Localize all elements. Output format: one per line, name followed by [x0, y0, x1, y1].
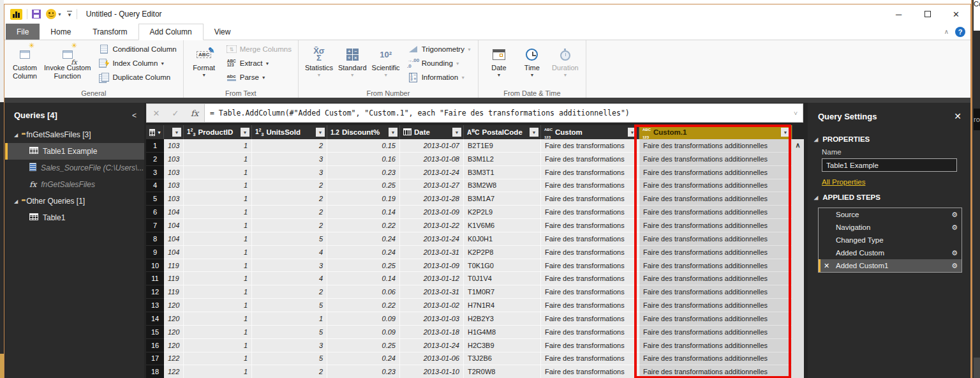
table-cell[interactable]: 2013-01-28: [400, 192, 464, 206]
applied-step-navigation[interactable]: Navigation⚙: [819, 221, 961, 234]
table-cell[interactable]: 2013-01-24: [400, 339, 464, 352]
row-number[interactable]: 17: [146, 352, 164, 366]
formula-input[interactable]: = Table.AddColumn(#"Added Custom", "Cust…: [204, 104, 803, 122]
table-cell[interactable]: Faire des transformations: [541, 365, 639, 378]
table-cell[interactable]: H7N1R4: [464, 299, 541, 312]
table-cell[interactable]: 2: [252, 139, 327, 153]
table-cell[interactable]: Faire des transformations additionnelles: [639, 166, 792, 179]
table-cell[interactable]: 1: [184, 179, 252, 193]
table-cell[interactable]: 0.22: [327, 299, 400, 312]
table-cell[interactable]: 103: [164, 192, 184, 206]
table-cell[interactable]: H2C3B9: [464, 339, 541, 352]
table-cell[interactable]: 0.16: [327, 153, 400, 166]
table-cell[interactable]: 2013-01-09: [400, 206, 464, 219]
table-cell[interactable]: Faire des transformations: [541, 192, 639, 206]
table-cell[interactable]: 0.22: [327, 219, 400, 232]
collapse-ribbon-icon[interactable]: ∧: [944, 28, 949, 35]
table-cell[interactable]: 0.23: [327, 365, 400, 378]
table-cell[interactable]: 2013-01-31: [400, 246, 464, 259]
row-number[interactable]: 9: [146, 246, 164, 259]
row-number[interactable]: 11: [146, 272, 164, 285]
table-cell[interactable]: K1V6M6: [464, 219, 541, 232]
table-cell[interactable]: 103: [164, 153, 184, 166]
table-cell[interactable]: B3M2W8: [464, 179, 541, 193]
column-header-custom-1[interactable]: ABC123Custom.1▼: [639, 125, 792, 139]
information-button[interactable]: 1 −3 +Information▼: [405, 70, 474, 84]
query-name-input[interactable]: [822, 158, 957, 172]
duplicate-column-button[interactable]: Duplicate Column: [96, 70, 179, 84]
row-number[interactable]: 15: [146, 326, 164, 339]
table-cell[interactable]: K0J0H1: [464, 232, 541, 246]
row-number[interactable]: 13: [146, 299, 164, 312]
table-cell[interactable]: T3J2B6: [464, 352, 541, 366]
table-cell[interactable]: Faire des transformations additionnelles: [639, 232, 792, 246]
table-cell[interactable]: 0.14: [327, 272, 400, 285]
table-cell[interactable]: Faire des transformations: [541, 153, 639, 166]
column-header-postalcode[interactable]: ABCPostalCode▼: [464, 125, 541, 139]
table-cell[interactable]: 3: [252, 339, 327, 352]
table-cell[interactable]: B3M1L2: [464, 153, 541, 166]
table-cell[interactable]: 0.25: [327, 339, 400, 352]
table-cell[interactable]: 1: [184, 285, 252, 299]
table-cell[interactable]: T0K1G0: [464, 259, 541, 273]
table-cell[interactable]: Faire des transformations additionnelles: [639, 299, 792, 312]
dropdown-arrow-icon[interactable]: ▼: [461, 75, 465, 80]
table-cell[interactable]: Faire des transformations additionnelles: [639, 339, 792, 352]
table-cell[interactable]: 119: [164, 285, 184, 299]
table-cell[interactable]: B3M3T1: [464, 166, 541, 179]
table-cell[interactable]: 0.09: [327, 326, 400, 339]
duration-button[interactable]: Duration▼: [549, 42, 582, 87]
row-number[interactable]: 2: [146, 153, 164, 166]
table-cell[interactable]: 0.24: [327, 352, 400, 366]
table-cell[interactable]: 120: [164, 299, 184, 312]
query-item-sales-sourcefile-c-users[interactable]: Sales_SourceFile (C:\Users\...: [5, 160, 144, 176]
extract-button[interactable]: ABC123Extract▼: [223, 56, 294, 70]
parse-button[interactable]: abcParse▼: [223, 70, 294, 84]
table-cell[interactable]: Faire des transformations additionnelles: [639, 352, 792, 366]
table-cell[interactable]: 1: [184, 299, 252, 312]
table-cell[interactable]: Faire des transformations additionnelles: [639, 312, 792, 326]
table-cell[interactable]: 2013-01-08: [400, 153, 464, 166]
table-cell[interactable]: Faire des transformations: [541, 139, 639, 153]
select-all-corner[interactable]: ▼: [146, 125, 164, 139]
feedback-smiley-icon[interactable]: [46, 9, 56, 19]
table-cell[interactable]: 103: [164, 179, 184, 193]
dropdown-arrow-icon[interactable]: ▼: [262, 75, 266, 80]
vertical-scrollbar[interactable]: ∧: [792, 139, 804, 378]
table-cell[interactable]: 1: [184, 326, 252, 339]
table-cell[interactable]: 1: [184, 352, 252, 366]
table-cell[interactable]: 0.25: [327, 259, 400, 273]
commit-formula-icon[interactable]: ✓: [166, 109, 185, 118]
table-cell[interactable]: Faire des transformations: [541, 299, 639, 312]
query-item-other-queries-1[interactable]: ◢Other Queries [1]: [5, 193, 144, 209]
table-cell[interactable]: B3M1A7: [464, 192, 541, 206]
table-cell[interactable]: 2013-01-07: [400, 139, 464, 153]
formula-expand-icon[interactable]: ˅: [790, 110, 798, 117]
table-cell[interactable]: 122: [164, 365, 184, 378]
tab-view[interactable]: View: [204, 24, 242, 40]
table-cell[interactable]: Faire des transformations additionnelles: [639, 139, 792, 153]
table-cell[interactable]: Faire des transformations: [541, 166, 639, 179]
table-cell[interactable]: 3: [252, 259, 327, 273]
table-cell[interactable]: Faire des transformations: [541, 326, 639, 339]
table-cell[interactable]: 2013-01-09: [400, 259, 464, 273]
table-cell[interactable]: 120: [164, 339, 184, 352]
table-cell[interactable]: 1: [184, 166, 252, 179]
custom-column-button[interactable]: ✳CustomColumn: [8, 42, 41, 87]
dropdown-arrow-icon[interactable]: ▼: [496, 73, 501, 77]
table-cell[interactable]: 1: [184, 272, 252, 285]
close-button[interactable]: ✕: [942, 4, 970, 24]
invoke-custom-function-button[interactable]: ✳fxInvoke CustomFunction: [41, 42, 93, 87]
row-number[interactable]: 4: [146, 179, 164, 193]
table-cell[interactable]: Faire des transformations: [541, 352, 639, 366]
table-cell[interactable]: Faire des transformations additionnelles: [639, 179, 792, 193]
expand-triangle-icon[interactable]: ◢: [14, 132, 18, 138]
table-cell[interactable]: 104: [164, 232, 184, 246]
all-properties-link[interactable]: All Properties: [822, 178, 865, 186]
applied-step-added-custom[interactable]: Added Custom⚙: [819, 246, 961, 259]
table-cell[interactable]: 4: [252, 246, 327, 259]
query-item-fngetsalesfiles[interactable]: fxfnGetSalesFiles: [5, 176, 144, 193]
table-cell[interactable]: Faire des transformations: [541, 339, 639, 352]
table-cell[interactable]: 0.14: [327, 206, 400, 219]
table-cell[interactable]: Faire des transformations: [541, 285, 639, 299]
